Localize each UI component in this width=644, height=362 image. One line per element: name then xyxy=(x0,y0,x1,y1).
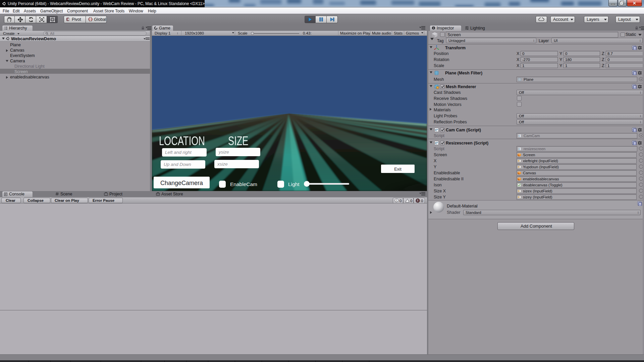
svg-text:C: C xyxy=(518,135,520,137)
svg-text:?: ? xyxy=(634,85,636,89)
svg-text:?: ? xyxy=(634,47,636,50)
svg-text:!: ! xyxy=(396,199,397,202)
svg-text:C: C xyxy=(518,148,520,150)
svg-text:?: ? xyxy=(634,72,636,75)
svg-text:?: ? xyxy=(634,129,636,132)
svg-text:?: ? xyxy=(639,202,641,206)
svg-text:!: ! xyxy=(417,199,418,202)
svg-text:?: ? xyxy=(634,142,636,145)
